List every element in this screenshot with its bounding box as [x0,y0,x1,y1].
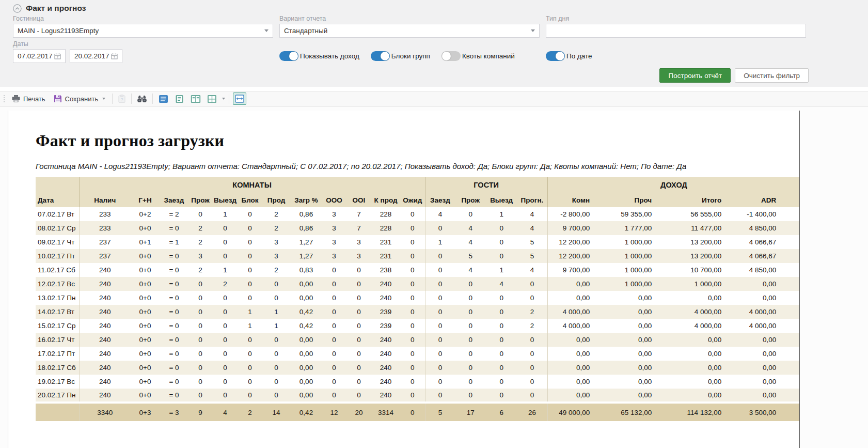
totals-cell: 3314 [371,403,400,421]
build-report-button[interactable]: Построить отчёт [659,68,731,83]
column-header: Выезд [212,193,238,207]
table-cell: 1 000,00 [609,249,671,263]
date-cell: 08.02.17 Ср [36,221,79,235]
date-cell: 19.02.17 Вс [36,375,79,389]
table-cell: 0 [517,389,547,403]
toggle-show-revenue[interactable]: Показывать доход [279,51,359,61]
table-cell: 0,00 [741,375,800,389]
report-params-line: Гостиница MAIN - Logus21193Empty; Вариан… [36,162,799,171]
clear-filter-button[interactable]: Очистить фильтр [735,68,809,83]
table-cell: 5 [517,249,547,263]
table-cell: 0,00 [741,333,800,347]
date-cell: 18.02.17 Сб [36,361,79,375]
date-from-input[interactable]: 07.02.2017 7 [13,49,66,63]
toggle-by-date[interactable]: По дате [546,51,592,61]
table-cell: 0 [346,263,371,277]
report-variant-select[interactable]: Стандартный [279,24,540,38]
date-cell: 14.02.17 Вт [36,305,79,319]
table-cell: 0 [212,235,238,249]
toggle-group-right: По дате [546,49,806,63]
group-header: ДОХОД [547,177,800,193]
table-cell: 0 [262,361,291,375]
totals-cell: 2 [238,403,262,421]
table-cell: 0+2 [131,207,160,221]
table-cell: 0 [400,347,425,361]
table-cell: 0 [455,361,486,375]
table-cell: 0 [188,207,212,221]
table-cell: 0+0 [131,333,160,347]
hotel-select[interactable]: MAIN - Logus21193Empty [13,24,273,38]
table-cell: = 0 [160,319,188,333]
toggle-label: Блоки групп [391,52,430,60]
table-cell: 0,42 [291,305,322,319]
table-cell: 237 [79,249,131,263]
save-button[interactable]: Сохранить [51,93,109,104]
table-cell: 240 [79,277,131,291]
paste-button[interactable]: ? [116,93,128,104]
report-page: Факт и прогноз загрузки Гостиница MAIN -… [8,111,800,448]
table-row: 18.02.17 Сб2400+0= 000000,0000240000000,… [36,361,800,375]
table-cell: 0 [425,347,455,361]
hotel-label: Гостиница [13,15,273,22]
date-to-input[interactable]: 20.02.2017 7 [70,49,122,63]
table-row: 13.02.17 Пн2400+0= 000000,0000240000000,… [36,291,800,305]
table-cell: 240 [371,389,400,403]
table-cell: 4 000,00 [671,305,741,319]
table-cell: 0 [346,305,371,319]
column-header: Налич [79,193,131,207]
table-cell: 0 [425,389,455,403]
table-cell: 0 [425,319,455,333]
totals-cell: 14 [262,403,291,421]
table-cell: 0 [400,361,425,375]
fit-page-width-button[interactable] [233,92,246,105]
table-cell: 0 [486,361,517,375]
svg-text:7: 7 [57,56,59,59]
column-header: Ожид [400,193,425,207]
table-cell: 0,00 [741,277,800,291]
table-cell: 4 [517,207,547,221]
table-cell: = 0 [160,221,188,235]
table-cell: 0,00 [291,277,322,291]
report-variant-label: Вариант отчета [279,15,540,22]
table-row: 16.02.17 Чт2400+0= 000000,0000240000000,… [36,333,800,347]
table-cell: 1 [238,319,262,333]
table-cell: 0 [322,389,346,403]
table-cell: 2 [188,221,212,235]
table-cell: = 0 [160,375,188,389]
table-cell: 0,00 [609,347,671,361]
print-button[interactable]: Печать [9,93,49,104]
toolbar-drag-handle[interactable] [4,95,5,102]
totals-cell: 6 [486,403,517,421]
toggle-label: Квоты компаний [462,52,515,60]
single-page-icon [175,95,184,103]
view-facing-pages-button[interactable] [188,93,203,105]
day-type-input[interactable] [546,24,806,38]
print-button-label: Печать [23,95,45,103]
table-cell: 240 [79,333,131,347]
toggle-group-blocks[interactable]: Блоки групп [371,51,430,61]
view-continuous-button[interactable] [156,93,170,105]
toggle-company-quotas[interactable]: Квоты компаний [441,51,515,61]
collapse-panel-icon[interactable] [13,4,22,13]
table-cell: 0,00 [547,291,609,305]
view-single-page-button[interactable] [172,93,186,105]
column-header: Прож [455,193,486,207]
date-cell: 16.02.17 Чт [36,333,79,347]
table-cell: 0 [212,347,238,361]
find-button[interactable] [135,94,149,104]
table-cell: 0 [188,375,212,389]
table-cell: 0,00 [741,291,800,305]
table-cell: 240 [371,347,400,361]
column-header: ADR [741,193,800,207]
table-cell: 2 [188,235,212,249]
view-multiple-pages-button[interactable] [205,93,219,105]
chevron-down-icon[interactable] [222,98,225,100]
table-cell: 0 [517,333,547,347]
table-cell: 3 [346,235,371,249]
table-cell: 0,00 [291,347,322,361]
table-row: 17.02.17 Пт2400+0= 000000,0000240000000,… [36,347,800,361]
table-cell: 0 [517,347,547,361]
table-cell: 2 [517,305,547,319]
table-cell: 4 066,67 [741,235,800,249]
table-cell: 2 [188,263,212,277]
